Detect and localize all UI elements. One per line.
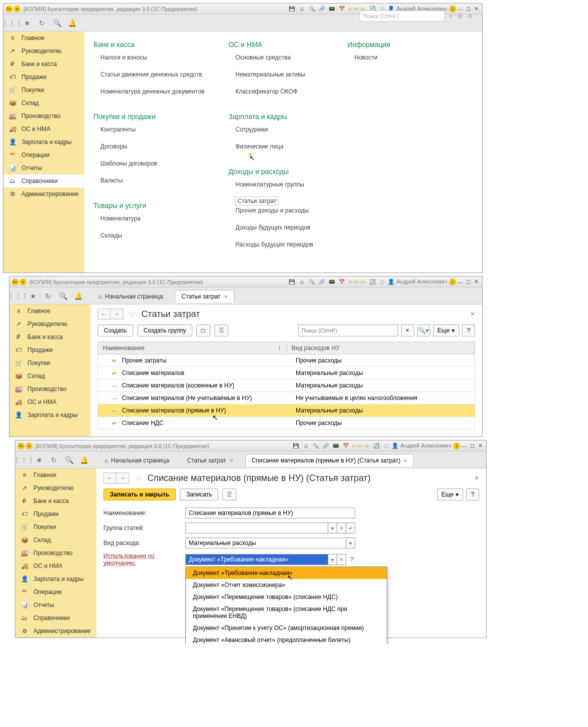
calendar-icon[interactable]: 📅 xyxy=(338,6,345,12)
calendar-icon[interactable]: 📅 xyxy=(342,442,349,450)
nav-link[interactable]: Статьи движения денежных средств xyxy=(100,70,204,80)
apps-icon[interactable]: ⋮⋮⋮ xyxy=(19,456,28,464)
more-button[interactable]: Еще ▾ xyxy=(433,324,459,336)
sidebar-item[interactable]: ↗Руководителю xyxy=(9,318,90,330)
tab-list[interactable]: Статьи затрат✕ xyxy=(181,454,239,466)
sidebar-item[interactable]: ₽Банк и касса xyxy=(3,58,84,70)
sidebar-item[interactable]: 🗂Справочники xyxy=(3,174,84,188)
nav-link[interactable]: Сотрудники xyxy=(235,124,323,134)
tab-close-icon[interactable]: ✕ xyxy=(224,294,228,300)
more-button[interactable]: Еще ▾ xyxy=(437,488,463,500)
favorite-icon[interactable]: ★ xyxy=(22,18,31,28)
sidebar-item[interactable]: ₽Банк и касса xyxy=(15,494,96,508)
sidebar-item[interactable]: 🚚ОС и НМА xyxy=(3,122,84,136)
sidebar-item[interactable]: ≡Главное xyxy=(3,32,84,44)
sidebar-item[interactable]: 🏷Продажи xyxy=(9,344,90,356)
input-kind[interactable] xyxy=(185,538,346,548)
link-icon[interactable]: 🔗 xyxy=(318,278,325,286)
star-icon[interactable]: ☆ xyxy=(128,308,136,320)
link-icon[interactable]: 🔗 xyxy=(322,442,329,450)
nav-link[interactable]: Основные средства xyxy=(235,52,323,62)
save-icon[interactable]: 💾 xyxy=(288,278,295,286)
nav-link[interactable]: Шаблоны договоров xyxy=(100,158,204,168)
chevron-down-icon[interactable]: ▾ xyxy=(328,522,337,534)
sidebar-item[interactable]: ⚙Администрирование xyxy=(15,624,96,638)
sort-icon[interactable]: ↓ xyxy=(278,344,281,352)
nav-link[interactable]: Склады xyxy=(100,230,204,240)
chevron-down-icon[interactable]: ▾ xyxy=(346,538,355,548)
titlebar[interactable]: 1c ▾ [КОПИЯ] Бухгалтерия предприятия, ре… xyxy=(9,276,482,288)
list-search-input[interactable] xyxy=(298,324,398,336)
link-icon[interactable]: 🔗 xyxy=(318,6,325,12)
nav-link[interactable]: Номенклатурные группы xyxy=(235,180,323,190)
tab-home[interactable]: ⌂Начальная страница xyxy=(92,290,169,302)
calc-icon[interactable]: 📟 xyxy=(328,278,335,286)
sidebar-item[interactable]: 📊Отчеты xyxy=(15,598,96,612)
sidebar-item[interactable]: 🏭Производство xyxy=(3,110,84,122)
sidebar-item[interactable]: 🗂Справочники xyxy=(15,612,96,624)
chevron-down-icon[interactable]: ▾ xyxy=(328,554,337,565)
panel-close-icon[interactable]: ✕ xyxy=(467,12,473,20)
search-toolbar-icon[interactable]: 🔍 xyxy=(58,292,67,300)
favorite-icon[interactable]: ★ xyxy=(28,292,37,300)
nav-link[interactable]: Номенклатура денежных документов xyxy=(100,86,204,96)
close-icon[interactable]: ✕ xyxy=(476,442,484,450)
save-button[interactable]: Записать xyxy=(180,488,218,500)
sidebar-item[interactable]: 🛒Покупки xyxy=(15,520,96,534)
clear-search-button[interactable]: × xyxy=(401,324,414,336)
col-name[interactable]: Наименование xyxy=(103,344,144,352)
preview-icon[interactable]: 🔍 xyxy=(308,6,315,12)
sidebar-item[interactable]: 👤Зарплата и кадры xyxy=(9,408,90,422)
favorite-icon[interactable]: ★ xyxy=(34,456,43,464)
nav-link[interactable]: Классификатор ОКОФ xyxy=(235,86,323,96)
close-icon[interactable]: ✕ xyxy=(472,6,480,12)
input-default[interactable] xyxy=(185,554,328,565)
section-header[interactable]: Товары и услуги xyxy=(93,202,204,210)
nav-link[interactable]: Налоги и взносы xyxy=(100,52,204,62)
nav-link[interactable]: Договоры xyxy=(100,142,204,152)
nav-link[interactable]: Расходы будущих периодов xyxy=(235,240,323,250)
minimize-icon[interactable]: — xyxy=(460,442,468,450)
dropdown-option[interactable]: Документ «Принятие к учету ОС» (амортиза… xyxy=(186,622,387,634)
help-button[interactable]: ? xyxy=(466,488,479,500)
save-icon[interactable]: 💾 xyxy=(288,6,295,12)
list-button[interactable]: ☰ xyxy=(222,488,236,500)
sidebar-item[interactable]: 🚚ОС и НМА xyxy=(9,396,90,408)
clear-field-icon[interactable]: × xyxy=(337,522,346,534)
col-kind[interactable]: Вид расходов НУ xyxy=(292,344,340,352)
table-row[interactable]: —Списание материалов (косвенные в НУ)Мат… xyxy=(97,380,475,392)
sidebar-item[interactable]: 🛒Покупки xyxy=(9,356,90,370)
find-button[interactable]: 🔍▾ xyxy=(417,324,430,336)
print-icon[interactable]: 🖨 xyxy=(302,442,309,450)
content-close-icon[interactable]: ✕ xyxy=(474,474,479,482)
dropdown-option[interactable]: Документ «Отчет комиссионера» xyxy=(186,579,387,591)
table-row[interactable]: —Списание материалов (Не учитываемые в Н… xyxy=(97,392,475,404)
user-label[interactable]: 👤 Андрей Алексеевич xyxy=(386,278,449,285)
section-header[interactable]: Информация xyxy=(347,40,442,48)
maximize-icon[interactable]: ◻ xyxy=(464,278,472,286)
dropdown-option[interactable]: Документ «Перемещение товаров» (списание… xyxy=(186,591,387,603)
back-button[interactable]: ← xyxy=(97,308,110,320)
clear-icon[interactable]: × xyxy=(449,12,453,20)
sidebar-item[interactable]: ᴬᴷОперации xyxy=(15,586,96,598)
bell-icon[interactable]: 🔔 xyxy=(73,292,82,300)
dropdown-icon[interactable]: ▾ xyxy=(25,442,32,450)
calc-icon[interactable]: 📟 xyxy=(328,6,335,12)
table-row[interactable]: ⇄Списание НДСПрочие расходы xyxy=(97,417,475,430)
input-group[interactable] xyxy=(185,522,328,534)
help-button[interactable]: ? xyxy=(462,324,475,336)
sidebar-item[interactable]: 📦Склад xyxy=(9,370,90,382)
section-header[interactable]: Доходы и расходы xyxy=(228,168,323,176)
sidebar-item[interactable]: 🛒Покупки xyxy=(3,84,84,96)
table-row[interactable]: ⇄Прочие затратыПрочие расходы xyxy=(97,354,475,367)
tab-active[interactable]: Списание материалов (прямые в НУ) (Стать… xyxy=(245,454,414,466)
field-help-icon[interactable]: ? xyxy=(350,556,354,563)
sidebar-item[interactable]: 🏷Продажи xyxy=(15,508,96,520)
calendar-icon[interactable]: 📅 xyxy=(338,278,345,286)
window-icon[interactable]: ◻ xyxy=(383,442,390,450)
default-dropdown[interactable]: Документ «Требование-накладная»Документ … xyxy=(185,566,387,644)
tab-close-icon[interactable]: ✕ xyxy=(403,458,407,464)
nav-link[interactable]: Валюты xyxy=(100,176,204,186)
sidebar-item[interactable]: ⚙Администрирование xyxy=(3,188,84,200)
history-icon[interactable]: ↻ xyxy=(43,292,52,300)
